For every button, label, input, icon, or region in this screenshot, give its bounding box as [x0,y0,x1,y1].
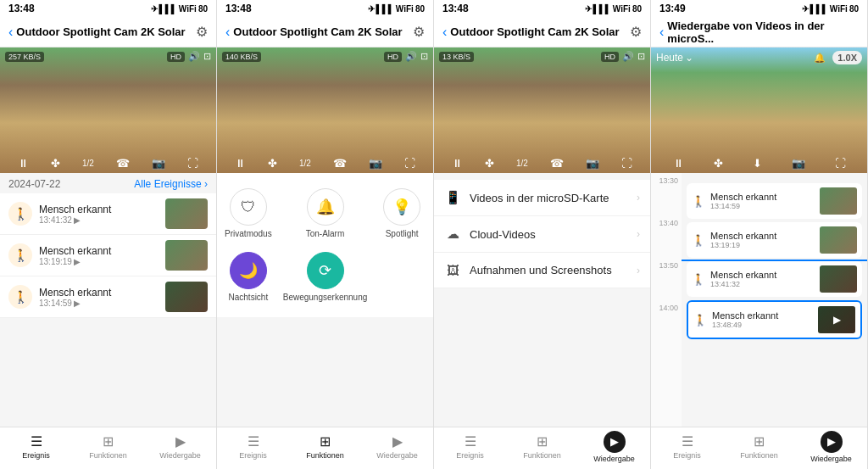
tab-ereignis-2[interactable]: ☰ Ereignis [217,427,289,466]
tab-bar-1: ☰ Ereignis ⊞ Funktionen ▶ Wiedergabe [0,427,216,469]
video-overlay-top-3: 13 KB/S HD 🔊 ⊡ [439,51,645,62]
event-item-2[interactable]: 🚶 Mensch erkannt 13:14:59 ▶ [0,276,216,318]
tab-label-funktionen-4: Funktionen [740,451,778,460]
back-button-3[interactable]: ‹ [442,25,447,40]
phone-btn-2[interactable]: ☎ [333,157,347,170]
tab-ereignis-3[interactable]: ☰ Ereignis [434,427,506,466]
menu-item-screenshots[interactable]: 🖼 Aufnahmen und Screenshots › [434,253,650,288]
te-icon-2: 🚶 [692,273,705,286]
fullscreen-top-1[interactable]: ⊡ [203,51,211,62]
drone-btn-3[interactable]: ✤ [485,157,494,170]
battery-3: 80 [632,4,642,14]
location-icon: ✈ [151,4,158,14]
te-thumb-1 [820,226,857,254]
event-info-0: Mensch erkannt 13:41:32 ▶ [39,204,159,225]
tab-wiedergabe-4[interactable]: ▶ Wiedergabe [795,427,867,466]
back-button-4[interactable]: ‹ [659,25,664,40]
panel-timeline: 13:49 ✈ ▌▌▌ WiFi 80 ‹ Wiedergabe von Vid… [651,0,868,469]
settings-icon-2[interactable]: ⚙ [413,24,425,40]
camera-btn-3[interactable]: 📷 [586,157,599,170]
drone-btn-2[interactable]: ✤ [268,157,277,170]
event-title-2: Mensch erkannt [39,287,159,299]
fullscreen-top-2[interactable]: ⊡ [420,51,428,62]
te-info-3: Mensch erkannt 13:48:49 [712,310,813,329]
menu-item-cloud[interactable]: ☁ Cloud-Videos › [434,216,650,253]
speed-label-4[interactable]: 1.0X [832,51,862,64]
pause-btn-2[interactable]: ⏸ [235,157,246,170]
pause-btn-4[interactable]: ⏸ [673,157,684,170]
back-button-1[interactable]: ‹ [8,25,13,40]
camera-scene-2: eufy [217,47,433,173]
tab-ereignis-1[interactable]: ☰ Ereignis [0,427,72,466]
fullscreen-btn-3[interactable]: ⛶ [621,157,632,170]
tab-icon-filled-3: ▶ [604,431,626,453]
timeline-event-1[interactable]: 🚶 Mensch erkannt 13:19:19 [687,222,862,258]
event-item-1[interactable]: 🚶 Mensch erkannt 13:19:19 ▶ [0,235,216,276]
tab-label-ereignis-2: Ereignis [239,451,267,460]
notification-icon-4: 🔔 [814,53,826,64]
tab-wiedergabe-1[interactable]: ▶ Wiedergabe [144,427,216,466]
func-bewegung[interactable]: ⟳ Bewegungserkennung [280,245,371,309]
event-title-0: Mensch erkannt [39,204,159,215]
func-spotlight[interactable]: 💡 Spotlight [370,181,433,245]
nav-bar-2: ‹ Outdoor Spotlight Cam 2K Solar ⚙ [217,17,433,47]
settings-icon-1[interactable]: ⚙ [196,24,208,40]
func-privatmodus[interactable]: 🛡 Privatmodus [217,181,280,245]
tab-icon-funktionen-3: ⊞ [537,433,548,449]
time-mark-1400: 14:00 [651,304,682,346]
video-controls-4: ⏸ ✤ ⬇ 📷 ⛶ [651,157,867,170]
nav-bar-1: ‹ Outdoor Spotlight Cam 2K Solar ⚙ [0,17,216,47]
video-overlay-top-2: 140 KB/S HD 🔊 ⊡ [222,51,428,62]
fullscreen-btn-1[interactable]: ⛶ [187,157,198,170]
tab-funktionen-3[interactable]: ⊞ Funktionen [506,427,578,466]
camera-btn-4[interactable]: 📷 [792,157,805,170]
tab-wiedergabe-3[interactable]: ▶ Wiedergabe [578,427,650,466]
tab-wiedergabe-2[interactable]: ▶ Wiedergabe [361,427,433,466]
camera-btn-2[interactable]: 📷 [369,157,382,170]
nav-bar-4: ‹ Wiedergabe von Videos in der microS... [651,17,867,47]
page-ind-3: 1/2 [516,159,528,168]
phone-btn-1[interactable]: ☎ [116,157,130,170]
event-icon-0: 🚶 [8,202,32,226]
tab-label-wiedergabe-1: Wiedergabe [159,451,201,460]
tab-icon-ereignis-3: ☰ [465,433,476,449]
wifi-icon: WiFi [179,4,197,14]
drone-btn-4[interactable]: ✤ [714,157,723,170]
pause-btn-3[interactable]: ⏸ [452,157,463,170]
settings-icon-3[interactable]: ⚙ [630,24,642,40]
back-button-2[interactable]: ‹ [225,25,230,40]
fullscreen-btn-2[interactable]: ⛶ [404,157,415,170]
tab-label-ereignis-3: Ereignis [456,451,484,460]
tab-funktionen-1[interactable]: ⊞ Funktionen [72,427,144,466]
download-btn-4[interactable]: ⬇ [753,157,762,170]
tab-label-funktionen-3: Funktionen [523,451,561,460]
camera-btn-1[interactable]: 📷 [152,157,165,170]
pause-btn-1[interactable]: ⏸ [18,157,29,170]
menu-item-microsd[interactable]: 📱 Videos in der microSD-Karte › [434,180,650,216]
tab-funktionen-2[interactable]: ⊞ Funktionen [289,427,361,466]
date-row-1: 2024-07-22 Alle Ereignisse › [0,173,216,193]
func-nachtsicht[interactable]: 🌙 Nachtsicht [217,245,280,309]
status-bar-4: 13:49 ✈ ▌▌▌ WiFi 80 [651,0,867,17]
drone-btn-1[interactable]: ✤ [51,157,60,170]
func-icon-tonalarm: 🔔 [307,188,344,226]
today-label-4[interactable]: Heute ⌄ [656,52,693,64]
func-tonalarm[interactable]: 🔔 Ton-Alarm [280,181,371,245]
timeline-event-0[interactable]: 🚶 Mensch erkannt 13:14:59 [687,183,862,219]
timeline-event-3[interactable]: 🚶 Mensch erkannt 13:48:49 ▶ [687,300,862,339]
phone-btn-3[interactable]: ☎ [550,157,564,170]
fullscreen-top-3[interactable]: ⊡ [637,51,645,62]
func-label-bewegung: Bewegungserkennung [283,293,368,302]
te-time-0: 13:14:59 [710,202,815,210]
tab-funktionen-4[interactable]: ⊞ Funktionen [723,427,795,466]
tab-ereignis-4[interactable]: ☰ Ereignis [651,427,723,466]
event-icon-1: 🚶 [8,243,32,267]
header-right-4: 🔔 1.0X [814,51,862,64]
all-events-link-1[interactable]: Alle Ereignisse › [134,178,208,190]
fullscreen-btn-4[interactable]: ⛶ [835,157,846,170]
event-item-0[interactable]: 🚶 Mensch erkannt 13:41:32 ▶ [0,193,216,235]
page-ind-1: 1/2 [82,159,94,168]
cloud-icon: ☁ [444,226,461,242]
content-area-3: 📱 Videos in der microSD-Karte › ☁ Cloud-… [434,173,650,427]
timeline-event-2[interactable]: 🚶 Mensch erkannt 13:41:32 [687,261,862,297]
